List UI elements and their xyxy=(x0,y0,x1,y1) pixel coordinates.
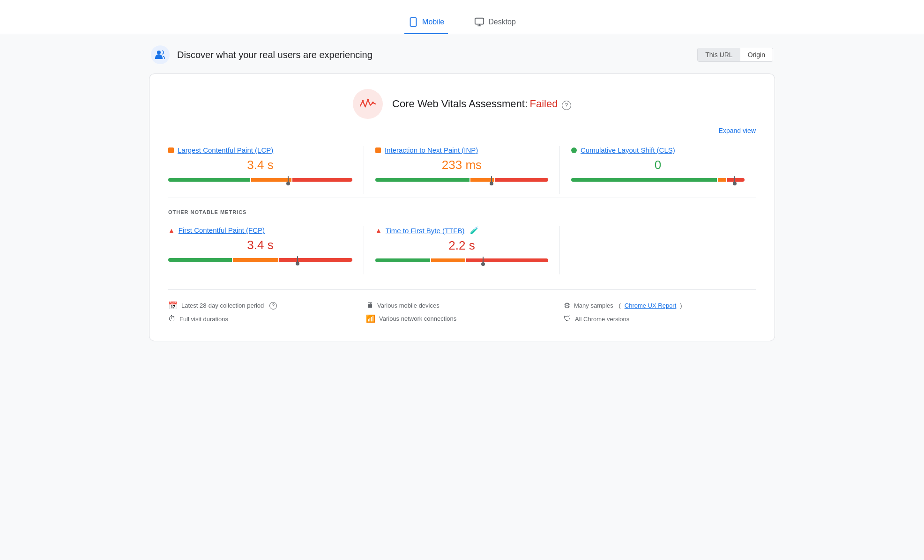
wifi-icon: 📶 xyxy=(366,314,375,323)
ttfb-bar-segments xyxy=(375,258,548,262)
expand-link[interactable]: Expand view xyxy=(719,127,756,134)
lcp-bar xyxy=(168,178,352,183)
tab-bar: Mobile Desktop xyxy=(0,0,924,34)
footer-samples-paren-close: ) xyxy=(680,302,682,309)
cls-link[interactable]: Cumulative Layout Shift (CLS) xyxy=(581,146,675,154)
fcp-bar-green xyxy=(168,258,232,262)
metric-lcp: Largest Contentful Paint (LCP) 3.4 s xyxy=(168,146,364,194)
lcp-bar-green xyxy=(168,178,250,182)
url-toggle: This URL Origin xyxy=(697,48,773,62)
mobile-icon xyxy=(408,17,418,27)
footer-samples-label: Many samples xyxy=(574,302,613,309)
footer-col-3: ⚙ Many samples ( Chrome UX Report ) 🛡 Al… xyxy=(564,301,756,328)
metric-empty xyxy=(560,226,756,274)
cwv-icon xyxy=(353,89,383,119)
other-metrics-grid: ▲ First Contentful Paint (FCP) 3.4 s ▲ xyxy=(168,226,756,274)
ttfb-bar-green xyxy=(375,258,430,262)
lcp-bar-red xyxy=(292,178,352,182)
cwv-help-icon[interactable]: ? xyxy=(562,101,571,110)
desktop-icon xyxy=(474,17,484,27)
lcp-bar-segments xyxy=(168,178,352,182)
svg-point-7 xyxy=(367,99,369,101)
fcp-bar-red xyxy=(279,258,352,262)
cwv-title-block: Core Web Vitals Assessment: Failed ? xyxy=(392,98,571,110)
lcp-indicator xyxy=(168,147,174,153)
footer-full-visit-label: Full visit durations xyxy=(179,316,228,323)
footer-samples-paren: ( xyxy=(617,302,621,309)
cwv-assessment-label: Core Web Vitals Assessment: xyxy=(392,98,528,110)
ttfb-label-row: ▲ Time to First Byte (TTFB) 🧪 xyxy=(375,226,548,235)
collection-help-icon[interactable]: ? xyxy=(269,302,277,309)
cls-bar-green xyxy=(571,178,717,182)
origin-button[interactable]: Origin xyxy=(740,48,773,61)
ttfb-bar xyxy=(375,258,548,263)
fcp-label-row: ▲ First Contentful Paint (FCP) xyxy=(168,226,352,234)
inp-bar-red xyxy=(495,178,548,182)
footer-network-label: Various network connections xyxy=(379,315,456,322)
this-url-button[interactable]: This URL xyxy=(698,48,740,61)
inp-indicator xyxy=(375,147,381,153)
footer-samples: ⚙ Many samples ( Chrome UX Report ) xyxy=(564,301,756,310)
fcp-triangle-icon: ▲ xyxy=(168,227,175,234)
ttfb-bar-orange xyxy=(431,258,465,262)
cls-bar-orange xyxy=(718,178,726,182)
cwv-header: Core Web Vitals Assessment: Failed ? xyxy=(168,89,756,119)
ttfb-link[interactable]: Time to First Byte (TTFB) xyxy=(386,227,465,235)
footer-collection-period: 📅 Latest 28-day collection period ? xyxy=(168,301,360,310)
tab-mobile-label: Mobile xyxy=(422,18,444,26)
footer-collection-label: Latest 28-day collection period xyxy=(181,302,264,309)
inp-link[interactable]: Interaction to Next Paint (INP) xyxy=(385,146,478,154)
fcp-link[interactable]: First Contentful Paint (FCP) xyxy=(179,226,265,234)
fcp-bar xyxy=(168,258,352,263)
inp-bar-orange xyxy=(470,178,494,182)
main-card: Core Web Vitals Assessment: Failed ? Exp… xyxy=(149,74,775,341)
section-header: Discover what your real users are experi… xyxy=(149,45,775,64)
footer-chrome-label: All Chrome versions xyxy=(575,316,629,323)
inp-marker xyxy=(491,176,492,184)
fcp-marker xyxy=(297,256,298,264)
svg-point-5 xyxy=(157,51,161,54)
chrome-ux-report-link[interactable]: Chrome UX Report xyxy=(625,302,677,309)
tab-desktop-label: Desktop xyxy=(488,18,516,26)
lcp-bar-orange xyxy=(251,178,291,182)
fcp-bar-segments xyxy=(168,258,352,262)
section-icon xyxy=(151,45,170,64)
footer-info: 📅 Latest 28-day collection period ? ⏱ Fu… xyxy=(168,289,756,328)
cls-marker xyxy=(734,176,735,184)
ttfb-value: 2.2 s xyxy=(375,238,548,253)
lcp-value: 3.4 s xyxy=(168,158,352,172)
users-icon xyxy=(155,49,166,60)
inp-label-row: Interaction to Next Paint (INP) xyxy=(375,146,548,154)
cls-label-row: Cumulative Layout Shift (CLS) xyxy=(571,146,745,154)
shield-icon: 🛡 xyxy=(564,315,571,323)
cwv-status: Failed xyxy=(530,98,558,110)
ttfb-beaker-icon: 🧪 xyxy=(470,226,479,235)
ttfb-triangle-icon: ▲ xyxy=(375,227,382,234)
footer-chrome-versions: 🛡 All Chrome versions xyxy=(564,315,756,323)
section-header-left: Discover what your real users are experi… xyxy=(151,45,373,64)
svg-point-8 xyxy=(372,102,374,104)
fcp-bar-orange xyxy=(233,258,278,262)
cls-bar-red xyxy=(727,178,745,182)
metric-inp: Interaction to Next Paint (INP) 233 ms xyxy=(364,146,560,194)
monitor-icon: 🖥 xyxy=(366,301,373,309)
lcp-label-row: Largest Contentful Paint (LCP) xyxy=(168,146,352,154)
expand-view: Expand view xyxy=(168,126,756,135)
footer-full-visit: ⏱ Full visit durations xyxy=(168,315,360,323)
footer-mobile-devices: 🖥 Various mobile devices xyxy=(366,301,558,309)
main-content: Discover what your real users are experi… xyxy=(134,34,790,353)
inp-bar-green xyxy=(375,178,469,182)
metric-ttfb: ▲ Time to First Byte (TTFB) 🧪 2.2 s xyxy=(364,226,560,274)
footer-network: 📶 Various network connections xyxy=(366,314,558,323)
lcp-link[interactable]: Largest Contentful Paint (LCP) xyxy=(178,146,273,154)
tab-mobile[interactable]: Mobile xyxy=(404,11,448,34)
inp-bar-segments xyxy=(375,178,548,182)
metrics-divider xyxy=(168,198,756,198)
metric-fcp: ▲ First Contentful Paint (FCP) 3.4 s xyxy=(168,226,364,274)
fcp-value: 3.4 s xyxy=(168,238,352,252)
tab-desktop[interactable]: Desktop xyxy=(470,11,520,34)
footer-col-1: 📅 Latest 28-day collection period ? ⏱ Fu… xyxy=(168,301,360,328)
clock-icon: ⏱ xyxy=(168,315,176,323)
svg-rect-2 xyxy=(475,18,484,24)
inp-value: 233 ms xyxy=(375,158,548,172)
